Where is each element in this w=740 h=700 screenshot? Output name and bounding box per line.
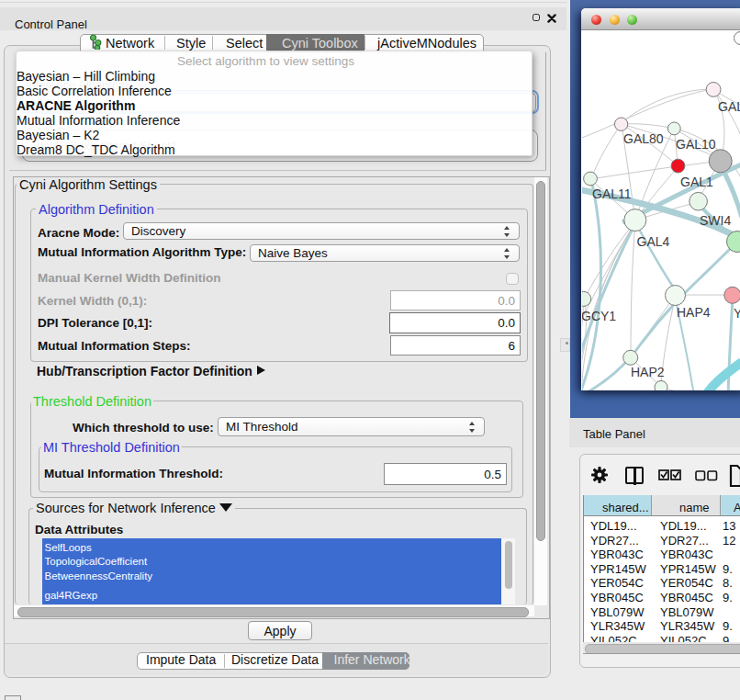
svg-text:GCY1: GCY1 bbox=[582, 309, 616, 323]
svg-text:GAL80: GAL80 bbox=[623, 131, 664, 146]
svg-text:SWI4: SWI4 bbox=[700, 213, 731, 228]
svg-text:GAL7: GAL7 bbox=[718, 99, 740, 114]
svg-text:GAL4: GAL4 bbox=[637, 234, 670, 249]
svg-text:GAL11: GAL11 bbox=[592, 186, 632, 201]
svg-text:HAP2: HAP2 bbox=[631, 365, 665, 379]
svg-text:GAL10: GAL10 bbox=[676, 137, 716, 152]
svg-text:HAP4: HAP4 bbox=[677, 305, 711, 320]
svg-text:GAL1: GAL1 bbox=[680, 175, 713, 189]
svg-text:Y: Y bbox=[734, 306, 740, 321]
